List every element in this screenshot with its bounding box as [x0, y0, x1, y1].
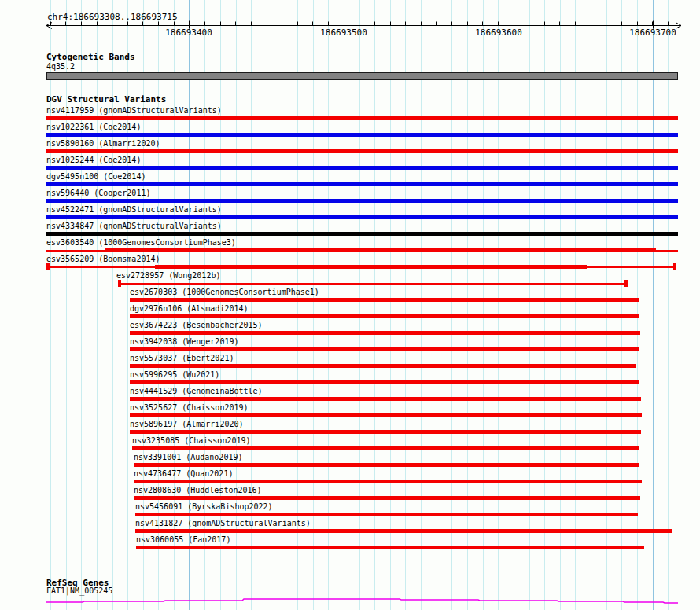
variant-label-nsv5456091[interactable]: nsv5456091 (ByrskaBishop2022): [135, 502, 273, 512]
variant-label-nsv596440[interactable]: nsv596440 (Cooper2011): [46, 189, 150, 198]
variant-cap-esv2728957[interactable]: [624, 280, 628, 287]
ruler-tick-label: 186693600: [473, 28, 525, 38]
ruler-tick-label: 186693400: [163, 28, 215, 38]
variant-bar-nsv5573037[interactable]: [130, 364, 636, 368]
variant-bar-nsv5890160[interactable]: [46, 149, 678, 153]
variant-label-nsv4334847[interactable]: nsv4334847 (gnomADStructuralVariants): [46, 222, 222, 231]
variant-label-esv3674223[interactable]: esv3674223 (Besenbacher2015): [130, 321, 263, 330]
variant-label-nsv3942038[interactable]: nsv3942038 (Wenger2019): [130, 337, 238, 347]
variant-bar-esv3565209[interactable]: [155, 265, 587, 269]
variant-bar-nsv4736477[interactable]: [134, 480, 642, 483]
variant-label-esv2728957[interactable]: esv2728957 (Wong2012b): [116, 271, 220, 281]
variant-bar-nsv5896197[interactable]: [130, 430, 641, 434]
variant-label-nsv4441529[interactable]: nsv4441529 (GenomeinaBottle): [130, 387, 263, 396]
variant-bar-nsv4117959[interactable]: [46, 116, 678, 120]
variant-label-nsv4117959[interactable]: nsv4117959 (gnomADStructuralVariants): [46, 106, 222, 116]
variant-bar-nsv4522471[interactable]: [46, 215, 678, 219]
grid-major-line: [653, 0, 654, 610]
variant-label-nsv5573037[interactable]: nsv5573037 (Ebert2021): [130, 354, 234, 363]
variant-bar-esv3603540[interactable]: [105, 248, 656, 252]
variant-bar-nsv2808630[interactable]: [134, 496, 640, 500]
variant-label-nsv2808630[interactable]: nsv2808630 (Huddleston2016): [134, 486, 262, 495]
variant-line-esv2728957[interactable]: [121, 283, 624, 285]
variant-bar-nsv3060055[interactable]: [136, 546, 644, 549]
variant-line-esv3603540[interactable]: [46, 250, 105, 252]
variant-bar-nsv4131827[interactable]: [135, 529, 672, 533]
grid-major-line: [344, 0, 344, 610]
variant-bar-nsv4441529[interactable]: [130, 397, 641, 401]
variant-label-nsv5890160[interactable]: nsv5890160 (Almarri2020): [46, 139, 160, 149]
grid-major-line: [499, 0, 499, 610]
variant-label-nsv3525627[interactable]: nsv3525627 (Chaisson2019): [130, 403, 249, 413]
variant-bar-nsv1025244[interactable]: [46, 166, 678, 170]
variant-bar-nsv596440[interactable]: [46, 199, 678, 203]
variant-bar-esv2670303[interactable]: [130, 298, 639, 302]
variant-bar-nsv3235085[interactable]: [132, 446, 639, 450]
cytoband-label: 4q35.2: [46, 62, 75, 72]
variant-label-nsv4131827[interactable]: nsv4131827 (gnomADStructuralVariants): [135, 519, 311, 528]
variant-label-esv3603540[interactable]: esv3603540 (1000GenomesConsortiumPhase3): [46, 238, 236, 248]
variant-label-dgv5495n100[interactable]: dgv5495n100 (Coe2014): [46, 172, 146, 182]
variant-bar-dgv5495n100[interactable]: [46, 182, 678, 186]
variant-cap-esv3565209[interactable]: [673, 263, 676, 270]
refseq-gene-label[interactable]: FAT1|NM_005245: [46, 586, 112, 596]
cytoband-bar-4q35-2[interactable]: [46, 72, 678, 80]
dgv-structural-variants-header: DGV Structural Variants: [46, 94, 166, 105]
variant-line-esv3603540[interactable]: [656, 250, 678, 252]
variant-bar-dgv2976n106[interactable]: [130, 314, 639, 318]
variant-bar-nsv1022361[interactable]: [46, 133, 678, 137]
variant-label-nsv3235085[interactable]: nsv3235085 (Chaisson2019): [132, 436, 251, 446]
variant-label-nsv4736477[interactable]: nsv4736477 (Quan2021): [134, 469, 233, 479]
variant-label-nsv3391001[interactable]: nsv3391001 (Audano2019): [134, 453, 242, 462]
genome-browser-panel: chr4:186693308..186693715 18669340018669…: [0, 0, 700, 610]
variant-label-esv3565209[interactable]: esv3565209 (Boomsma2014): [46, 255, 160, 264]
variant-label-nsv4522471[interactable]: nsv4522471 (gnomADStructuralVariants): [46, 205, 222, 215]
variant-line-esv3565209[interactable]: [587, 266, 673, 268]
variant-bar-nsv5996295[interactable]: [130, 380, 639, 384]
variant-bar-nsv3525627[interactable]: [130, 413, 642, 417]
variant-label-nsv5896197[interactable]: nsv5896197 (Almarri2020): [130, 420, 244, 429]
variant-line-esv3565209[interactable]: [50, 266, 155, 268]
variant-label-dgv2976n106[interactable]: dgv2976n106 (Alsmadi2014): [130, 304, 249, 314]
variant-bar-esv3674223[interactable]: [130, 331, 640, 335]
variant-bar-nsv3942038[interactable]: [130, 347, 639, 351]
cytogenetic-bands-header: Cytogenetic Bands: [46, 52, 135, 62]
variant-bar-nsv4334847[interactable]: [46, 232, 678, 236]
ruler-tick-label: 186693500: [318, 28, 370, 38]
variant-label-nsv1022361[interactable]: nsv1022361 (Coe2014): [46, 123, 141, 132]
variant-label-esv2670303[interactable]: esv2670303 (1000GenomesConsortiumPhase1): [130, 288, 319, 297]
variant-label-nsv1025244[interactable]: nsv1025244 (Coe2014): [46, 156, 141, 165]
variant-label-nsv5996295[interactable]: nsv5996295 (Wu2021): [130, 370, 219, 380]
variant-bar-nsv3391001[interactable]: [134, 463, 639, 467]
variant-bar-nsv5456091[interactable]: [135, 513, 638, 516]
variant-label-nsv3060055[interactable]: nsv3060055 (Fan2017): [136, 535, 230, 545]
ruler-tick-label: 186693700: [627, 28, 679, 38]
